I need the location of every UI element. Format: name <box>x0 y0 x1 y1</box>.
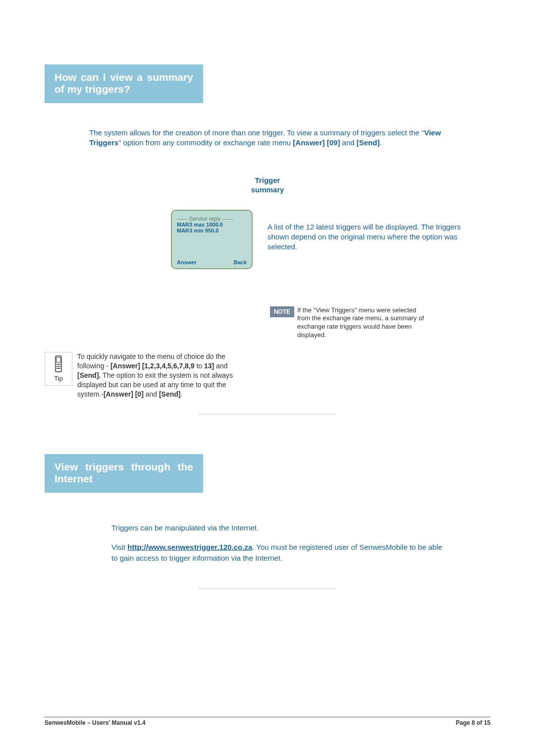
svg-rect-9 <box>58 368 59 369</box>
text: . <box>379 138 381 147</box>
page-footer: SenwesMobile – Users' Manual v1.4 Page 8… <box>45 717 490 726</box>
note-label: NOTE <box>270 306 294 317</box>
svg-rect-6 <box>58 366 59 367</box>
screen-line-1: MAR3 max 1000.0 <box>177 222 247 228</box>
svg-rect-1 <box>56 357 60 362</box>
p2: Visit http://www.senwestrigger.120.co.za… <box>111 542 448 564</box>
text: and <box>340 138 356 147</box>
heading-text: How can I view a summary of my triggers? <box>54 71 193 95</box>
tip-label: Tip <box>46 375 71 382</box>
phone-screen: ------ Service reply ------ MAR3 max 100… <box>171 210 253 269</box>
text: The system allows for the creation of mo… <box>89 128 424 137</box>
svg-rect-4 <box>59 364 60 365</box>
page: How can I view a summary of my triggers?… <box>0 0 535 756</box>
screen-column: ------ Service reply ------ MAR3 max 100… <box>45 210 268 269</box>
t: Visit <box>111 543 127 551</box>
t: and <box>144 390 159 398</box>
tip-icon-cell: Tip <box>45 352 72 386</box>
screen-description: A list of the 12 latest triggers will be… <box>268 210 490 252</box>
b: [Send]. <box>77 371 101 379</box>
b: [Send] <box>159 390 181 398</box>
note-text: If the "View Triggers" menu were selecte… <box>297 306 426 340</box>
screen-row: ------ Service reply ------ MAR3 max 100… <box>45 210 490 269</box>
screen-footer: Answer Back <box>177 259 247 265</box>
section-divider <box>198 588 337 589</box>
softkey-back: Back <box>234 259 247 265</box>
trigger-summary-title: Trigger summary <box>223 175 312 195</box>
b: 13] <box>204 362 214 370</box>
svg-rect-3 <box>58 364 59 365</box>
internet-section: Triggers can be manipulated via the Inte… <box>111 523 448 564</box>
line: Trigger <box>255 176 280 184</box>
t: and <box>214 362 227 370</box>
screen-body: ------ Service reply ------ MAR3 max 100… <box>177 216 247 259</box>
footer-right: Page 8 of 15 <box>456 719 490 726</box>
section-heading-1: How can I view a summary of my triggers? <box>45 64 203 103</box>
screen-line-2: MAR3 min 950.0 <box>177 228 247 233</box>
bold: [Send] <box>357 138 380 147</box>
svg-rect-2 <box>56 364 57 365</box>
t: . <box>181 390 183 398</box>
screen-header: ------ Service reply ------ <box>177 216 247 222</box>
b: [Answer] [0] <box>104 390 144 398</box>
t: to <box>195 362 204 370</box>
svg-rect-10 <box>59 368 60 369</box>
tip-text: To quickly navigate to the menu of choic… <box>77 352 236 399</box>
svg-rect-5 <box>56 366 57 367</box>
bold: [Answer] [09] <box>293 138 340 147</box>
b: [Answer] [1,2,3,4,5,6,7,8,9 <box>110 362 195 370</box>
heading-text: View triggers through the Internet <box>54 461 193 485</box>
note-row: NOTE If the "View Triggers" menu were se… <box>45 306 490 340</box>
section-heading-2: View triggers through the Internet <box>45 454 203 493</box>
intro-paragraph: The system allows for the creation of mo… <box>89 128 456 148</box>
softkey-answer: Answer <box>177 259 197 265</box>
footer-left: SenwesMobile – Users' Manual v1.4 <box>45 719 146 726</box>
text: " option from any commodity or exchange … <box>118 138 293 147</box>
description-text: A list of the 12 latest triggers will be… <box>268 222 461 252</box>
p1: Triggers can be manipulated via the Inte… <box>111 523 448 533</box>
svg-rect-7 <box>59 366 60 367</box>
section-divider <box>198 414 337 414</box>
trigger-url-link[interactable]: http://www.senwestrigger.120.co.za <box>127 543 252 551</box>
svg-rect-8 <box>56 368 57 369</box>
tip-row: Tip To quickly navigate to the menu of c… <box>45 352 490 399</box>
phone-icon <box>54 355 63 372</box>
line: summary <box>251 185 284 194</box>
